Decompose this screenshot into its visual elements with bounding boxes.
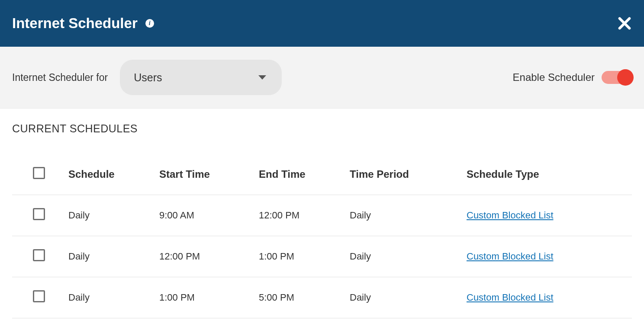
header-checkbox-cell [12, 154, 68, 195]
header-schedule-type: Schedule Type [467, 154, 632, 195]
schedule-type-link[interactable]: Custom Blocked List [467, 251, 554, 262]
table-row: Daily 12:00 PM 1:00 PM Daily Custom Bloc… [12, 236, 632, 277]
table-header-row: Schedule Start Time End Time Time Period… [12, 154, 632, 195]
cell-start: 12:00 PM [159, 236, 259, 277]
enable-scheduler-label: Enable Scheduler [513, 71, 595, 83]
section-title: CURRENT SCHEDULES [12, 122, 632, 135]
cell-end: 1:00 PM [259, 236, 350, 277]
header-end-time: End Time [259, 154, 350, 195]
cell-end: 5:00 PM [259, 277, 350, 318]
cell-end: 12:00 PM [259, 195, 350, 236]
cell-start: 1:00 PM [159, 277, 259, 318]
header-time-period: Time Period [350, 154, 467, 195]
select-all-checkbox[interactable] [33, 167, 45, 179]
cell-schedule: Daily [68, 236, 159, 277]
info-icon[interactable]: i [145, 19, 154, 28]
close-icon [617, 16, 632, 31]
row-checkbox[interactable] [33, 290, 45, 302]
header-left: Internet Scheduler i [12, 15, 154, 32]
cell-schedule: Daily [68, 195, 159, 236]
content-area: CURRENT SCHEDULES Schedule Start Time En… [0, 109, 644, 318]
filter-bar: Internet Scheduler for Users Enable Sche… [0, 47, 644, 109]
enable-scheduler-toggle[interactable] [602, 71, 632, 84]
cell-period: Daily [350, 277, 467, 318]
table-row: Daily 1:00 PM 5:00 PM Daily Custom Block… [12, 277, 632, 318]
filter-left: Internet Scheduler for Users [12, 60, 282, 95]
schedule-type-link[interactable]: Custom Blocked List [467, 292, 554, 303]
header-start-time: Start Time [159, 154, 259, 195]
header-schedule: Schedule [68, 154, 159, 195]
schedules-table: Schedule Start Time End Time Time Period… [12, 154, 632, 318]
enable-scheduler-wrap: Enable Scheduler [513, 71, 632, 84]
cell-schedule: Daily [68, 277, 159, 318]
page-title: Internet Scheduler [12, 15, 138, 32]
schedule-type-link[interactable]: Custom Blocked List [467, 210, 554, 221]
row-checkbox[interactable] [33, 208, 45, 220]
row-checkbox[interactable] [33, 249, 45, 261]
close-button[interactable] [617, 16, 632, 31]
table-row: Daily 9:00 AM 12:00 PM Daily Custom Bloc… [12, 195, 632, 236]
chevron-down-icon [258, 75, 266, 80]
scheduler-for-value: Users [134, 71, 162, 84]
cell-period: Daily [350, 195, 467, 236]
cell-period: Daily [350, 236, 467, 277]
scheduler-for-label: Internet Scheduler for [12, 72, 108, 83]
toggle-knob [617, 69, 634, 86]
cell-start: 9:00 AM [159, 195, 259, 236]
dialog-header: Internet Scheduler i [0, 0, 644, 47]
scheduler-for-select[interactable]: Users [120, 60, 282, 95]
